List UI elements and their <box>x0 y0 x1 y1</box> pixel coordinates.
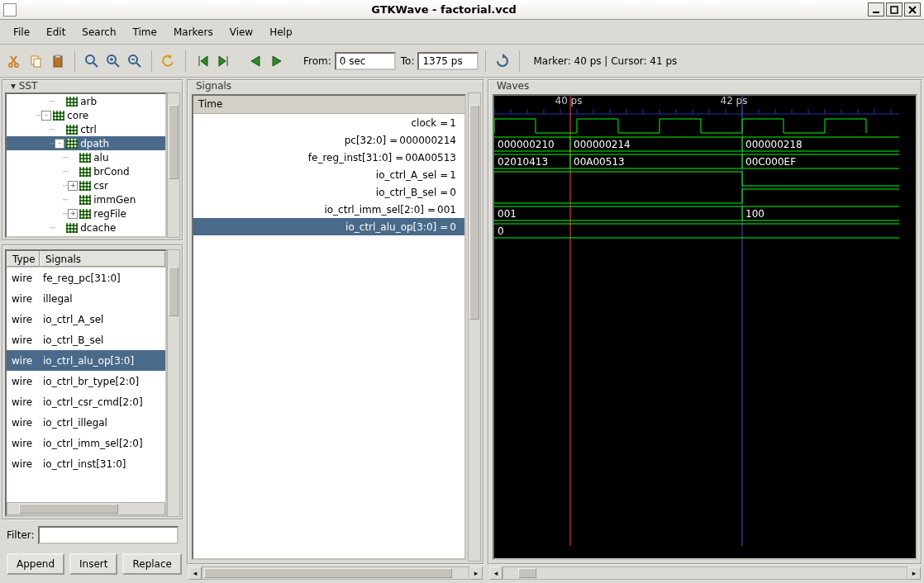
tree-node-ctrl[interactable]: ┈ctrl <box>7 122 165 136</box>
signal-row[interactable]: wireio_ctrl_br_type[2:0] <box>7 371 165 391</box>
copy-icon[interactable] <box>26 51 46 71</box>
paste-icon[interactable] <box>48 51 68 71</box>
signal-row[interactable]: wireio_ctrl_B_sel <box>7 329 165 350</box>
goto-end-icon[interactable] <box>214 51 234 71</box>
filter-input[interactable] <box>38 526 179 544</box>
col-signals[interactable]: Signals <box>40 251 165 267</box>
zoom-out-icon[interactable] <box>125 51 145 71</box>
module-icon <box>79 195 91 205</box>
window-icon <box>3 3 17 17</box>
menu-view[interactable]: View <box>223 23 260 41</box>
signal-row[interactable]: wireio_ctrl_inst[31:0] <box>7 453 165 474</box>
module-icon <box>79 167 91 177</box>
signal-row[interactable]: wireio_ctrl_illegal <box>7 412 165 433</box>
displayed-signal-row[interactable]: fe_reg_inst[31:0]=00A00513 <box>193 149 464 166</box>
module-icon <box>79 209 91 219</box>
svg-point-5 <box>15 63 18 66</box>
reload-icon[interactable] <box>493 51 512 71</box>
menubar: File Edit Search Time Markers View Help <box>0 20 924 45</box>
signals-hscroll[interactable] <box>202 566 469 580</box>
signal-row[interactable]: wireio_ctrl_alu_op[3:0] <box>7 350 165 371</box>
signal-row[interactable]: wireio_ctrl_csr_cmd[2:0] <box>7 391 165 412</box>
goto-start-icon[interactable] <box>193 51 212 71</box>
col-type[interactable]: Type <box>7 251 40 267</box>
menu-markers[interactable]: Markers <box>167 23 220 41</box>
menu-edit[interactable]: Edit <box>40 23 72 41</box>
displayed-signal-row[interactable]: io_ctrl_B_sel=0 <box>193 183 464 201</box>
menu-help[interactable]: Help <box>263 23 298 41</box>
signals-title: Signals <box>193 80 234 92</box>
module-icon <box>66 139 78 149</box>
sst-tree[interactable]: ┈arb┈-core┈ctrl┈-dpath┈alu┈brCond┈+csr┈i… <box>5 92 167 238</box>
tree-node-brCond[interactable]: ┈brCond <box>7 164 165 178</box>
undo-icon[interactable] <box>159 51 179 71</box>
signals-vscroll[interactable] <box>468 92 481 562</box>
displayed-signal-row[interactable]: pc[32:0]=000000214 <box>193 131 464 149</box>
displayed-signal-row[interactable]: io_ctrl_alu_op[3:0]=0 <box>193 218 464 235</box>
svg-point-10 <box>86 55 94 64</box>
close-button[interactable] <box>904 2 921 17</box>
svg-text:100: 100 <box>745 208 764 220</box>
marker-cursor-status: Marker: 40 ps | Cursor: 41 ps <box>533 55 677 67</box>
svg-line-13 <box>115 63 119 67</box>
tree-node-dcache[interactable]: ┈dcache <box>7 220 165 235</box>
filter-label: Filter: <box>7 529 35 541</box>
from-input[interactable] <box>335 52 396 70</box>
svg-text:000000218: 000000218 <box>745 139 803 150</box>
displayed-signal-row[interactable]: io_ctrl_A_sel=1 <box>193 166 464 183</box>
displayed-signal-row[interactable]: io_ctrl_imm_sel[2:0]=001 <box>193 201 464 218</box>
signal-row[interactable]: wireio_ctrl_imm_sel[2:0] <box>7 433 165 453</box>
cut-icon[interactable] <box>5 51 25 71</box>
to-label: To: <box>401 55 415 67</box>
prev-edge-icon[interactable] <box>245 51 265 71</box>
svg-rect-9 <box>55 55 60 58</box>
tree-node-immGen[interactable]: ┈immGen <box>7 192 165 206</box>
scroll-left-icon[interactable]: ◂ <box>188 566 202 580</box>
tree-node-core[interactable]: ┈-core <box>7 108 165 122</box>
sst-panel: ▾ SST ┈arb┈-core┈ctrl┈-dpath┈alu┈brCond┈… <box>2 79 183 241</box>
signal-row[interactable]: wirefe_reg_pc[31:0] <box>7 268 165 288</box>
insert-button[interactable]: Insert <box>69 553 117 575</box>
tree-node-dpath[interactable]: ┈-dpath <box>7 136 165 150</box>
sst-vscroll[interactable] <box>167 92 180 238</box>
waves-title: Waves <box>494 80 531 92</box>
to-input[interactable] <box>417 52 479 70</box>
signals-panel: Signals Time clock=1pc[32:0]=000000214fe… <box>187 79 484 565</box>
maximize-button[interactable] <box>886 2 903 17</box>
zoom-in-icon[interactable] <box>103 51 123 71</box>
sst-title: ▾ SST <box>8 80 40 92</box>
tree-node-csr[interactable]: ┈+csr <box>7 178 165 192</box>
signal-list-panel: Type Signals wirefe_reg_pc[31:0]wireille… <box>2 244 183 520</box>
append-button[interactable]: Append <box>7 553 64 575</box>
displayed-signal-row[interactable]: clock=1 <box>193 114 464 131</box>
wave-hscroll[interactable] <box>502 566 907 580</box>
svg-point-4 <box>9 63 12 66</box>
menu-time[interactable]: Time <box>126 23 164 41</box>
displayed-signals[interactable]: clock=1pc[32:0]=000000214fe_reg_inst[31:… <box>193 114 464 558</box>
menu-file[interactable]: File <box>7 23 36 41</box>
toolbar: From: To: Marker: 40 ps | Cursor: 41 ps <box>0 45 924 78</box>
minimize-button[interactable] <box>868 2 884 17</box>
svg-line-17 <box>136 63 141 67</box>
wave-canvas[interactable]: 40 ps42 ps000000210000000214000000218020… <box>493 94 917 560</box>
scroll-right-icon[interactable]: ▸ <box>469 566 483 580</box>
tree-node-arb[interactable]: ┈arb <box>7 94 165 108</box>
siglist-vscroll[interactable] <box>167 249 180 517</box>
replace-button[interactable]: Replace <box>122 553 181 575</box>
next-edge-icon[interactable] <box>267 51 287 71</box>
tree-node-alu[interactable]: ┈alu <box>7 150 165 164</box>
wave-scroll-right-icon[interactable]: ▸ <box>907 566 921 580</box>
zoom-fit-icon[interactable] <box>82 51 102 71</box>
svg-rect-1 <box>891 7 898 13</box>
tree-node-regFile[interactable]: ┈+regFile <box>7 206 165 220</box>
wave-scroll-left-icon[interactable]: ◂ <box>489 566 502 580</box>
signal-list[interactable]: wirefe_reg_pc[31:0]wireillegalwireio_ctr… <box>7 268 165 502</box>
svg-text:00C000EF: 00C000EF <box>745 156 796 168</box>
signal-row[interactable]: wireillegal <box>7 288 165 309</box>
svg-text:001: 001 <box>498 208 517 220</box>
svg-line-11 <box>93 63 98 67</box>
menu-search[interactable]: Search <box>75 23 122 41</box>
time-header: Time <box>193 96 464 114</box>
signal-row[interactable]: wireio_ctrl_A_sel <box>7 309 165 329</box>
siglist-hscroll[interactable] <box>7 502 165 515</box>
